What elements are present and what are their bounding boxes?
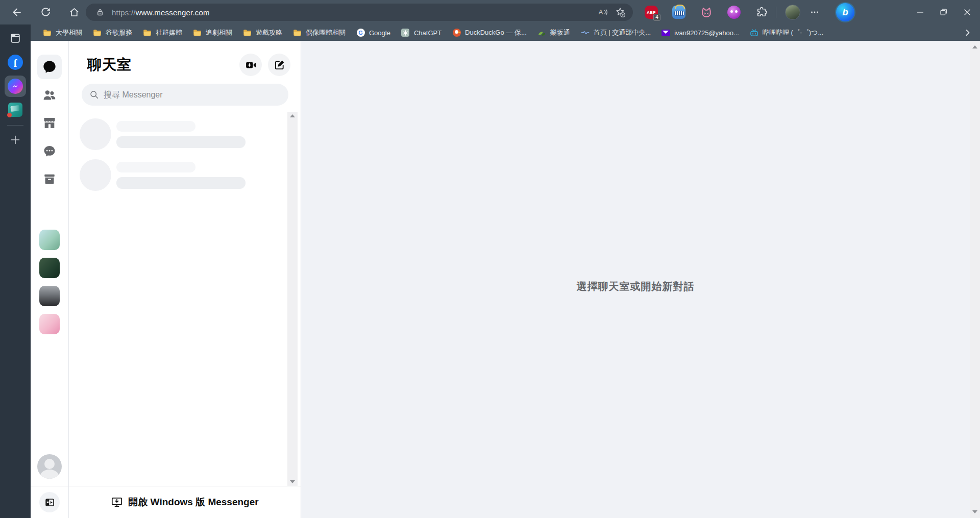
sidebar-toggle-button[interactable]: [39, 492, 60, 512]
nav-footer: [31, 486, 68, 518]
skeleton-text-bar: [116, 136, 246, 148]
url-scheme: https://: [112, 8, 136, 17]
nav-message-requests-button[interactable]: [37, 139, 62, 163]
tab-messenger-active[interactable]: [5, 76, 26, 97]
vertical-tab-strip: f: [0, 24, 31, 518]
group-avatar[interactable]: [39, 258, 60, 278]
url-text[interactable]: https://www.messenger.com: [112, 8, 210, 17]
skeleton-chat-row: [69, 155, 301, 195]
new-tab-button[interactable]: [6, 131, 24, 149]
bookmark-chatgpt[interactable]: ChatGPT: [397, 27, 446, 39]
adblock-badge: 4: [653, 14, 660, 21]
bookmark-folder[interactable]: 遊戲攻略: [239, 27, 286, 39]
bookmark-folder[interactable]: 追劇相關: [189, 27, 236, 39]
bookmark-folder[interactable]: 偶像團體相關: [289, 27, 350, 39]
folder-icon: [93, 29, 102, 37]
folder-icon: [293, 29, 302, 37]
add-favorite-icon[interactable]: [611, 5, 629, 20]
skeleton-chat-row: [69, 114, 301, 155]
page-title: 聊天室: [87, 55, 233, 75]
address-bar[interactable]: https://www.messenger.com A: [86, 4, 633, 21]
tabstrip-divider: [7, 125, 23, 126]
compose-message-button[interactable]: [268, 54, 290, 76]
weather-wave-icon: [581, 29, 590, 37]
page-scrollbar[interactable]: [970, 41, 980, 518]
monitor-download-icon: [111, 496, 123, 508]
search-icon: [89, 90, 99, 100]
nav-marketplace-button[interactable]: [37, 111, 62, 135]
google-icon: G: [356, 29, 365, 37]
bookmarks-bar: 大學相關 谷歌服務 社群媒體 追劇相關 遊戲攻略 偶像團體相關 G Google…: [31, 24, 980, 41]
skeleton-text-bar: [116, 177, 246, 189]
back-button[interactable]: [7, 2, 27, 22]
nav-chats-button[interactable]: [37, 55, 62, 79]
group-avatar[interactable]: [39, 230, 60, 250]
leaf-icon: [537, 29, 546, 37]
home-button[interactable]: [64, 2, 84, 22]
purple-creature-extension-icon[interactable]: [727, 5, 741, 19]
skeleton-avatar: [80, 118, 111, 150]
new-video-call-button[interactable]: [239, 54, 262, 76]
pinned-group-avatars: [39, 230, 60, 334]
folder-icon: [43, 29, 52, 37]
tab-facebook-icon[interactable]: f: [6, 53, 24, 71]
open-windows-app-label: 開啟 Windows 版 Messenger: [128, 496, 258, 509]
user-avatar[interactable]: [37, 454, 62, 479]
bookmark-duckduckgo[interactable]: DuckDuckGo — 保...: [448, 27, 531, 39]
folder-icon: [143, 29, 152, 37]
bookmark-weather[interactable]: 首頁 | 交通部中央...: [577, 27, 655, 39]
scroll-up-arrow-icon[interactable]: [972, 45, 977, 48]
tab-actions-menu-icon[interactable]: [6, 29, 24, 47]
chat-list-scrollbar[interactable]: [287, 112, 298, 486]
duckduckgo-icon: [452, 29, 461, 37]
folder-icon: [193, 29, 202, 37]
scroll-down-arrow-icon[interactable]: [972, 510, 977, 513]
lock-icon[interactable]: [95, 7, 105, 17]
chat-list-header: 聊天室: [69, 41, 301, 76]
skeleton-text-bar: [116, 121, 195, 132]
robot-extension-icon[interactable]: [672, 5, 686, 19]
group-avatar[interactable]: [39, 286, 60, 306]
adblock-plus-extension-icon[interactable]: ABP 4: [644, 5, 658, 19]
bing-chat-icon[interactable]: b: [836, 3, 854, 21]
bookmark-google[interactable]: G Google: [352, 27, 395, 39]
browser-profile-avatar[interactable]: [785, 5, 800, 20]
bookmark-leaf-site[interactable]: 樂坂通: [533, 27, 574, 39]
chatgpt-icon: [401, 29, 410, 37]
search-input[interactable]: [104, 90, 281, 100]
scroll-down-arrow-icon[interactable]: [290, 480, 295, 483]
toolbar-divider: [776, 7, 776, 18]
bookmark-folder[interactable]: 社群媒體: [139, 27, 186, 39]
cat-extension-icon[interactable]: [699, 5, 714, 19]
svg-text:A: A: [599, 8, 603, 16]
nav-archive-button[interactable]: [37, 167, 62, 191]
url-host: www.messenger.com: [136, 8, 210, 17]
search-area: [69, 76, 301, 112]
read-aloud-icon[interactable]: A: [594, 5, 611, 20]
minimize-button[interactable]: [909, 0, 932, 24]
scroll-up-arrow-icon[interactable]: [290, 114, 295, 117]
bilibili-icon: [750, 29, 758, 37]
conversation-area: 選擇聊天室或開始新對話: [301, 41, 970, 518]
open-windows-app-link[interactable]: 開啟 Windows 版 Messenger: [69, 486, 301, 518]
messenger-app: 聊天室: [31, 41, 980, 518]
restore-button[interactable]: [932, 0, 955, 24]
close-button[interactable]: [955, 0, 979, 24]
bookmark-bilibili[interactable]: 哔哩哔哩 (゜-゜)つ...: [746, 27, 827, 39]
extensions-puzzle-icon[interactable]: [754, 5, 769, 19]
chat-list-panel: 聊天室: [69, 41, 301, 518]
empty-state-text: 選擇聊天室或開始新對話: [577, 280, 695, 293]
search-input-container[interactable]: [82, 84, 288, 106]
more-menu-button[interactable]: [804, 2, 825, 22]
messenger-logo-icon: [8, 79, 23, 94]
bookmark-folder[interactable]: 谷歌服務: [89, 27, 136, 39]
nav-people-button[interactable]: [37, 83, 62, 107]
tab-game-site-icon[interactable]: [6, 101, 24, 119]
bookmark-yahoo-mail[interactable]: ivan920725@yahoo...: [657, 27, 743, 39]
window-controls: [909, 0, 979, 24]
bookmarks-overflow-chevron-icon[interactable]: [961, 26, 975, 39]
chat-list-skeleton: [69, 112, 301, 486]
bookmark-folder[interactable]: 大學相關: [39, 27, 86, 39]
group-avatar[interactable]: [39, 314, 60, 334]
refresh-button[interactable]: [35, 2, 56, 22]
